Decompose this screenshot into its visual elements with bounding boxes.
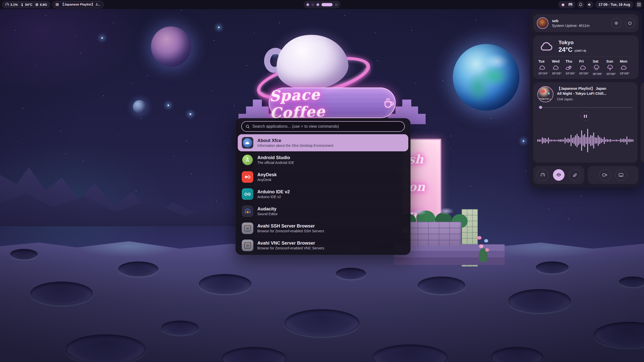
screenshot-button[interactable] bbox=[615, 169, 627, 181]
app-description: The official Android IDE bbox=[257, 160, 294, 165]
visualizer-bar bbox=[631, 139, 632, 142]
media-progress-slider[interactable] bbox=[538, 106, 633, 109]
purple-planet bbox=[151, 26, 191, 67]
system-tray[interactable] bbox=[558, 1, 575, 8]
visualizer-bar bbox=[613, 140, 614, 141]
visualizer-bar bbox=[595, 137, 596, 144]
weather-cloud-icon bbox=[538, 41, 554, 52]
visualizer-bar bbox=[575, 135, 576, 146]
sun-cloud-icon bbox=[566, 65, 573, 70]
workspace-dot-off[interactable] bbox=[311, 3, 314, 6]
visualizer-bar bbox=[558, 139, 559, 142]
workspace-dot-active[interactable] bbox=[321, 3, 333, 6]
crater bbox=[619, 277, 644, 287]
forecast-day-label: Sat bbox=[593, 59, 598, 63]
crater bbox=[284, 309, 360, 337]
visualizer-bar bbox=[546, 139, 547, 142]
visualizer-bar bbox=[623, 139, 624, 143]
app-row-arduino[interactable]: Arduino IDE v2 Arduino IDE v2 bbox=[236, 186, 410, 203]
visualizer-bar bbox=[568, 138, 569, 143]
app-title: About Xfce bbox=[257, 138, 333, 144]
app-grid-button[interactable] bbox=[635, 1, 642, 8]
app-row-avahi-vnc[interactable]: Avahi VNC Server Browser Browse for Zero… bbox=[236, 237, 410, 254]
visualizer-bar bbox=[548, 138, 549, 144]
visualizer-bar bbox=[598, 135, 599, 146]
visualizer-bar bbox=[581, 130, 582, 151]
settings-button[interactable] bbox=[611, 18, 621, 28]
memory-value: 6.8G bbox=[40, 3, 47, 7]
power-button[interactable] bbox=[625, 18, 635, 28]
app-description: Browse for Zeroconf-enabled SSH Servers bbox=[257, 229, 324, 233]
search-input[interactable] bbox=[252, 124, 400, 129]
app-description: Arduino IDE v2 bbox=[257, 195, 290, 199]
media-progress-knob[interactable] bbox=[539, 106, 542, 109]
visualizer-bar bbox=[540, 140, 541, 142]
pause-button[interactable] bbox=[581, 111, 590, 121]
network-jack-icon bbox=[242, 240, 253, 251]
avatar[interactable] bbox=[537, 17, 548, 29]
app-row-anydesk[interactable]: AnyDesk AnyDesk bbox=[236, 168, 410, 186]
media-player-card: TOKYO L 【Japanese Playlist】 Japan All Ni… bbox=[533, 82, 637, 163]
weather-timezone: (GMT+9) bbox=[575, 49, 586, 52]
forecast-temps: 36°/26° bbox=[593, 72, 602, 75]
album-art: TOKYO L bbox=[537, 86, 553, 102]
forecast-temps: 35°/25° bbox=[552, 72, 561, 75]
divider bbox=[538, 57, 633, 57]
visualizer-bar bbox=[590, 135, 591, 146]
app-description: Browse for Zeroconf-enabled VNC Servers bbox=[257, 246, 324, 250]
system-stats-pill[interactable]: 3.1% 54°C 6.8G bbox=[2, 1, 50, 8]
screenshot-tray-icon[interactable] bbox=[568, 3, 573, 6]
forecast-day: Fri 35°/26° bbox=[579, 59, 593, 75]
screen-record-button[interactable] bbox=[599, 169, 611, 181]
camcorder-icon bbox=[602, 173, 608, 177]
forecast-day: Sun 33°/26° bbox=[606, 59, 620, 75]
search-bar[interactable] bbox=[241, 121, 405, 132]
forecast-day: Sat 36°/26° bbox=[593, 59, 606, 75]
small-moon bbox=[133, 100, 146, 114]
workspace-dot-on[interactable] bbox=[316, 3, 319, 6]
speedometer-icon bbox=[540, 173, 545, 177]
android-studio-icon bbox=[242, 154, 253, 166]
balanced-profile-button[interactable] bbox=[553, 169, 565, 181]
visualizer-bar bbox=[593, 132, 594, 149]
powersave-profile-button[interactable] bbox=[569, 169, 581, 181]
volume-button[interactable] bbox=[586, 1, 593, 8]
crater bbox=[508, 289, 571, 313]
workspace-indicator bbox=[304, 1, 340, 8]
app-row-android-studio[interactable]: Android Studio The official Android IDE bbox=[236, 151, 410, 168]
performance-profile-button[interactable] bbox=[537, 169, 548, 181]
notifications-button[interactable] bbox=[577, 1, 584, 8]
now-playing-pill[interactable]: 【Japanese Playlist】 J... bbox=[52, 1, 104, 8]
visualizer-bar bbox=[549, 140, 550, 142]
dashboard-grid-icon bbox=[637, 3, 641, 7]
user-card: seb System Uptime: 4h11m bbox=[533, 14, 638, 32]
app-title: Avahi SSH Server Browser bbox=[257, 223, 324, 229]
app-row-avahi-ssh[interactable]: Avahi SSH Server Browser Browse for Zero… bbox=[236, 220, 410, 237]
flowers bbox=[473, 232, 493, 262]
visualizer-bar bbox=[619, 140, 620, 142]
visualizer-bar bbox=[539, 139, 540, 142]
crater bbox=[118, 261, 158, 277]
visualizer-bar bbox=[604, 137, 605, 144]
app-row-about-xfce[interactable]: About Xfce Information about the Xfce De… bbox=[238, 134, 408, 151]
now-playing-label: 【Japanese Playlist】 J... bbox=[61, 2, 100, 7]
clock-pill[interactable]: 17:09 - Tue, 19 Aug bbox=[595, 1, 633, 8]
visualizer-bar bbox=[584, 134, 585, 147]
progress-track bbox=[538, 107, 633, 108]
workspace-dot-on[interactable] bbox=[306, 3, 309, 6]
visualizer-bar bbox=[578, 136, 579, 145]
bright-star bbox=[101, 37, 103, 39]
app-row-audacity[interactable]: Audacity Sound Editor bbox=[236, 203, 410, 220]
power-icon bbox=[628, 21, 632, 25]
app-list: About Xfce Information about the Xfce De… bbox=[236, 134, 410, 254]
headphones-wave-icon bbox=[244, 208, 251, 214]
visualizer-bar bbox=[566, 139, 567, 142]
tray-app-icon[interactable] bbox=[561, 3, 565, 7]
visualizer-bar bbox=[555, 140, 556, 141]
forecast-day-label: Fri bbox=[579, 59, 584, 63]
visualizer-bar bbox=[617, 140, 618, 141]
cloud-icon bbox=[538, 65, 546, 70]
crater bbox=[30, 282, 93, 305]
cloud-icon bbox=[552, 65, 559, 70]
workspace-dot-off[interactable] bbox=[335, 3, 338, 6]
